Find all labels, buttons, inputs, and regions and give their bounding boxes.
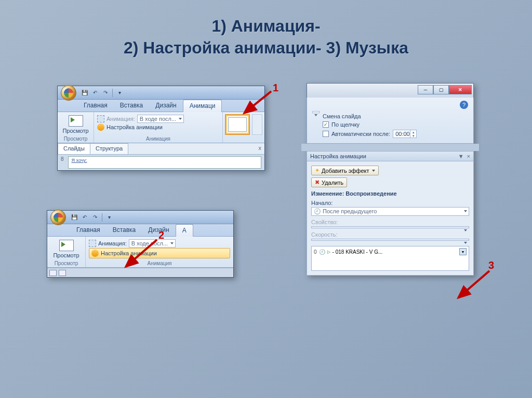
arrow-3 bbox=[452, 268, 494, 304]
page-title: 1) Анимация- 2) Настройка анимации- 3) М… bbox=[0, 0, 532, 64]
undo-icon[interactable]: ↶ bbox=[80, 213, 89, 222]
star-icon bbox=[97, 123, 104, 131]
close-button[interactable]: ✕ bbox=[449, 85, 472, 94]
group-label-preview: Просмотр bbox=[61, 135, 90, 142]
speed-dropdown bbox=[311, 239, 469, 241]
animate-label: Анимация: bbox=[107, 116, 135, 122]
tab-animation[interactable]: Анимаци bbox=[183, 100, 222, 112]
tab-slides[interactable]: Слайды bbox=[58, 143, 90, 154]
window-controls: ─ ▢ ✕ bbox=[307, 83, 474, 98]
auto-time-spinner[interactable]: 00:00 ▲▼ bbox=[393, 130, 417, 138]
ribbon-body: Просмотр Просмотр Анимация: В ходе посл.… bbox=[58, 112, 264, 143]
save-icon[interactable]: 💾 bbox=[80, 88, 89, 98]
preview-button[interactable]: Просмотр bbox=[61, 114, 90, 135]
checkbox-checked-icon: ✓ bbox=[323, 121, 329, 128]
tab-animation[interactable]: А bbox=[176, 224, 193, 237]
sorter-view-icon[interactable] bbox=[59, 270, 66, 276]
slide-number: 8 bbox=[61, 156, 64, 162]
redo-icon[interactable]: ↷ bbox=[101, 88, 110, 98]
change-label: Изменение: Воспроизведение bbox=[311, 190, 469, 197]
on-click-checkbox[interactable]: ✓ По щелчку bbox=[323, 121, 468, 128]
svg-line-1 bbox=[126, 240, 157, 267]
auto-after-checkbox[interactable]: Автоматически после: 00:00 ▲▼ bbox=[323, 130, 468, 138]
help-icon[interactable]: ? bbox=[460, 101, 468, 109]
quick-access-toolbar: 💾 ↶ ↷ ▾ bbox=[58, 86, 264, 100]
panel-task-pane: ─ ▢ ✕ ? Смена слайда ✓ По щелчку Автомат… bbox=[307, 83, 474, 276]
office-button[interactable] bbox=[50, 210, 66, 225]
group-label-preview: Просмотр bbox=[50, 259, 82, 266]
clock-icon: 🕘 bbox=[314, 208, 321, 214]
remove-button[interactable]: ✖ Удалить bbox=[311, 177, 347, 187]
maximize-button[interactable]: ▢ bbox=[433, 85, 449, 94]
tab-structure[interactable]: Структура bbox=[90, 143, 128, 154]
animate-icon bbox=[89, 240, 96, 247]
arrow-1 bbox=[239, 88, 275, 119]
group-label-animation: Анимация bbox=[97, 135, 219, 142]
tab-home[interactable]: Главная bbox=[70, 224, 107, 236]
effect-name: - 018 KRASKI - V G... bbox=[332, 249, 457, 255]
pane-menu-icon[interactable]: ▼ bbox=[458, 153, 464, 159]
minimize-button[interactable]: ─ bbox=[418, 85, 433, 94]
pane-close-icon[interactable]: × bbox=[467, 153, 470, 159]
effect-list[interactable]: 0 🕘 ▷ - 018 KRASKI - V G... ▼ bbox=[311, 246, 469, 271]
ribbon-tabs: Главная Вставка Дизайн Анимаци bbox=[58, 100, 264, 112]
speed-label: Скорость: bbox=[311, 231, 469, 238]
preview-button[interactable]: Просмотр bbox=[50, 239, 82, 259]
animate-icon bbox=[97, 115, 104, 122]
tab-insert[interactable]: Вставка bbox=[107, 224, 142, 236]
effect-index: 0 bbox=[314, 249, 317, 255]
effect-item[interactable]: 0 🕘 ▷ - 018 KRASKI - V G... ▼ bbox=[313, 248, 468, 256]
play-icon bbox=[69, 115, 83, 127]
play-icon: ▷ bbox=[327, 250, 330, 254]
task-pane-header: Настройка анимации ▼ × bbox=[307, 151, 474, 161]
transition-section-title: Смена слайда bbox=[323, 113, 468, 119]
start-dropdown[interactable]: 🕘 После предыдущего bbox=[311, 207, 469, 216]
tab-design[interactable]: Дизайн bbox=[149, 100, 182, 112]
arrow-2 bbox=[119, 237, 161, 273]
qat-dropdown-icon[interactable]: ▾ bbox=[104, 213, 114, 222]
save-icon[interactable]: 💾 bbox=[70, 213, 79, 222]
add-effect-button[interactable]: ✦ Добавить эффект bbox=[311, 166, 379, 175]
panel-animation-tab: 💾 ↶ ↷ ▾ Главная Вставка Дизайн Анимаци П… bbox=[57, 86, 265, 171]
svg-line-2 bbox=[458, 271, 489, 298]
office-button[interactable] bbox=[61, 85, 76, 101]
close-icon[interactable]: x bbox=[256, 143, 265, 154]
property-dropdown bbox=[311, 226, 469, 228]
slide-thumbnail-area: 8 Я хочу: bbox=[58, 155, 264, 170]
start-label: Начало: bbox=[311, 200, 469, 206]
redo-icon[interactable]: ↷ bbox=[90, 213, 100, 222]
task-pane-body: ✦ Добавить эффект ✖ Удалить Изменение: В… bbox=[307, 161, 474, 276]
animation-settings-button[interactable]: Настройка анимации bbox=[107, 124, 163, 130]
animate-dropdown[interactable]: В ходе посл... bbox=[137, 115, 184, 123]
effect-menu-icon[interactable]: ▼ bbox=[459, 248, 467, 255]
tab-home[interactable]: Главная bbox=[77, 100, 114, 112]
play-icon bbox=[59, 240, 74, 251]
star-icon bbox=[91, 250, 99, 257]
slide-thumbnail[interactable]: Я хочу: bbox=[68, 156, 261, 169]
tab-insert[interactable]: Вставка bbox=[114, 100, 150, 112]
delete-icon: ✖ bbox=[315, 179, 320, 186]
qat-dropdown-icon[interactable]: ▾ bbox=[115, 88, 124, 98]
normal-view-icon[interactable] bbox=[49, 270, 57, 276]
clock-icon: 🕘 bbox=[319, 249, 325, 255]
undo-icon[interactable]: ↶ bbox=[90, 88, 100, 98]
checkbox-icon bbox=[323, 131, 329, 137]
sound-dropdown[interactable] bbox=[312, 111, 320, 113]
slide-panel-tabs: Слайды Структура x bbox=[58, 143, 264, 155]
svg-line-0 bbox=[244, 91, 271, 113]
property-label: Свойство: bbox=[311, 219, 469, 225]
star-add-icon: ✦ bbox=[315, 167, 320, 174]
